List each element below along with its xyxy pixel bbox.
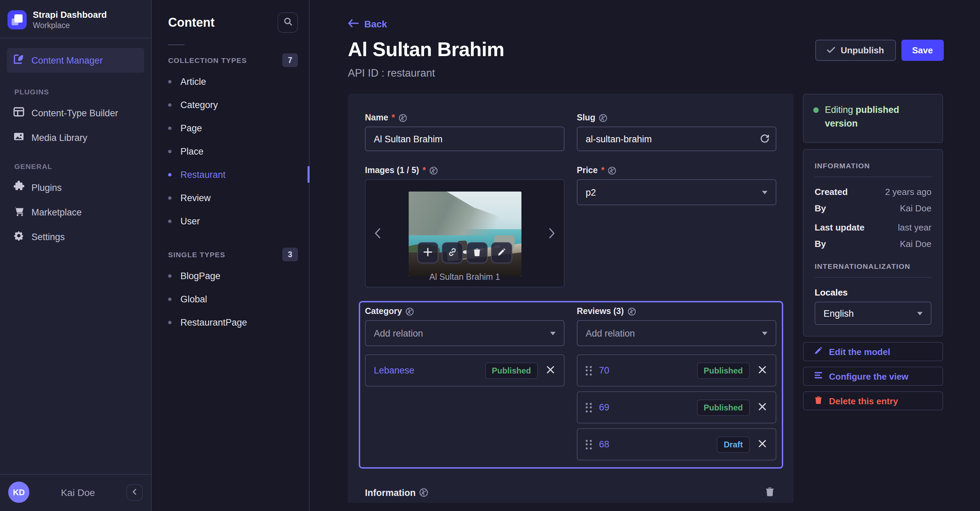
avatar[interactable]: KD — [8, 482, 29, 503]
information-panel: INFORMATION Created 2 years ago By Kai D… — [803, 149, 943, 337]
info-value: Kai Doe — [900, 239, 932, 249]
price-select[interactable]: p2 — [577, 179, 776, 205]
review-relation-item: 69 Published — [577, 391, 776, 423]
chevron-down-icon — [762, 331, 767, 335]
add-relation-placeholder: Add relation — [374, 328, 423, 338]
sidebar-item-content-manager[interactable]: Content Manager — [7, 48, 144, 72]
collection-types-count-badge: 7 — [282, 53, 298, 67]
collapse-sidebar-button[interactable] — [126, 484, 143, 500]
sidebar-item-media-library[interactable]: Media Library — [7, 125, 144, 150]
drag-handle-icon[interactable] — [585, 439, 592, 449]
sidebar-item-restaurantpage[interactable]: RestaurantPage — [152, 311, 309, 334]
sidebar-item-content-type-builder[interactable]: Content-Type Builder — [7, 101, 144, 125]
relation-link[interactable]: 70 — [599, 365, 609, 375]
strapi-logo-icon — [8, 10, 27, 29]
carousel-actions — [417, 242, 512, 263]
relation-link[interactable]: Lebanese — [374, 365, 415, 375]
restaurant-photo[interactable] — [408, 192, 521, 276]
divider — [815, 177, 931, 177]
sidebar-item-blogpage[interactable]: BlogPage — [152, 264, 309, 287]
picture-icon — [13, 131, 25, 144]
drag-handle-icon[interactable] — [585, 402, 592, 412]
back-link[interactable]: Back — [348, 19, 387, 29]
category-relation-item: Lebanese Published — [365, 355, 565, 386]
sidebar-item-restaurant[interactable]: Restaurant — [152, 163, 309, 186]
content-sub-sidebar: Content COLLECTION TYPES 7 Article Categ… — [152, 0, 310, 511]
chevron-down-icon — [762, 190, 767, 194]
info-label: Last update — [815, 222, 864, 233]
back-label: Back — [364, 19, 387, 29]
configure-view-button[interactable]: Configure the view — [803, 367, 943, 386]
information-heading: INFORMATION — [815, 161, 931, 170]
bullet-icon — [168, 150, 172, 153]
price-field-label: Price — [577, 166, 598, 175]
save-label: Save — [912, 45, 933, 56]
sidebar-item-category[interactable]: Category — [152, 93, 309, 116]
drag-handle-icon[interactable] — [585, 366, 592, 375]
sidebar-item-label: Content-Type Builder — [32, 108, 118, 118]
sidebar-item-label: Plugins — [32, 182, 62, 193]
unpublish-button[interactable]: Unpublish — [815, 40, 896, 61]
editing-status-text: Editing published version — [825, 103, 933, 133]
remove-relation-button[interactable] — [757, 401, 767, 414]
sidebar-item-user[interactable]: User — [152, 209, 309, 233]
relation-link[interactable]: 68 — [599, 439, 609, 449]
reviews-add-relation-select[interactable]: Add relation — [577, 320, 776, 346]
regenerate-slug-icon[interactable] — [760, 134, 770, 144]
delete-asset-button[interactable] — [466, 242, 488, 263]
layout-grid-icon — [13, 106, 25, 120]
relation-link[interactable]: 69 — [599, 402, 609, 412]
subnav-title: Content — [168, 15, 215, 30]
collection-types-list: Article Category Page Place Restaurant R… — [152, 70, 309, 233]
save-button[interactable]: Save — [901, 40, 944, 61]
plugins-section-label: PLUGINS — [14, 88, 151, 96]
search-button[interactable] — [277, 12, 298, 33]
info-row: By Kai Doe — [815, 239, 931, 249]
edit-asset-button[interactable] — [491, 242, 512, 263]
sidebar-item-page[interactable]: Page — [152, 116, 309, 139]
sidebar-item-plugins[interactable]: Plugins — [7, 175, 144, 200]
pencil-icon — [814, 346, 823, 357]
remove-relation-button[interactable] — [546, 364, 555, 377]
main-sidebar: Strapi Dashboard Workplace Content Manag… — [0, 0, 152, 511]
name-input[interactable] — [365, 126, 565, 151]
info-label: By — [815, 203, 826, 214]
user-row: KD Kai Doe — [0, 475, 151, 511]
edit-model-button[interactable]: Edit the model — [803, 342, 943, 361]
sidebar-item-article[interactable]: Article — [152, 70, 309, 93]
divider — [815, 277, 931, 278]
review-relation-item: 68 Draft — [577, 428, 776, 460]
carousel-prev-button[interactable] — [371, 225, 384, 241]
remove-relation-button[interactable] — [757, 364, 767, 377]
reviews-field-label: Reviews (3) — [577, 307, 624, 316]
add-asset-button[interactable] — [417, 242, 438, 263]
chevron-left-icon — [131, 487, 138, 497]
chevron-down-icon — [550, 331, 555, 335]
carousel-next-button[interactable] — [546, 225, 558, 241]
category-add-relation-select[interactable]: Add relation — [365, 320, 565, 346]
delete-component-button[interactable] — [764, 485, 776, 500]
main-content: Back Al Sultan Brahim Unpublish Save API… — [310, 0, 980, 511]
bullet-icon — [168, 196, 172, 200]
sidebar-item-label: Settings — [32, 232, 65, 242]
check-icon — [827, 45, 835, 56]
locale-select[interactable]: English — [815, 302, 931, 325]
delete-entry-button[interactable]: Delete this entry — [803, 391, 943, 410]
workspace-brand[interactable]: Strapi Dashboard Workplace — [0, 0, 151, 38]
info-label: Created — [815, 187, 848, 197]
remove-relation-button[interactable] — [757, 438, 767, 451]
sidebar-item-label: Content Manager — [32, 55, 103, 65]
sidebar-item-settings[interactable]: Settings — [7, 224, 144, 249]
sidebar-item-marketplace[interactable]: Marketplace — [7, 200, 144, 224]
sidebar-item-global[interactable]: Global — [152, 287, 309, 311]
strapi-app: Strapi Dashboard Workplace Content Manag… — [0, 0, 980, 511]
sidebar-item-place[interactable]: Place — [152, 139, 309, 163]
bullet-icon — [168, 274, 172, 277]
status-badge: Published — [697, 362, 750, 378]
divider — [0, 38, 151, 38]
copy-link-button[interactable] — [442, 242, 463, 263]
type-label: User — [180, 216, 200, 226]
slug-input[interactable] — [577, 126, 776, 151]
sidebar-item-review[interactable]: Review — [152, 186, 309, 209]
name-field-label: Name — [365, 113, 388, 123]
